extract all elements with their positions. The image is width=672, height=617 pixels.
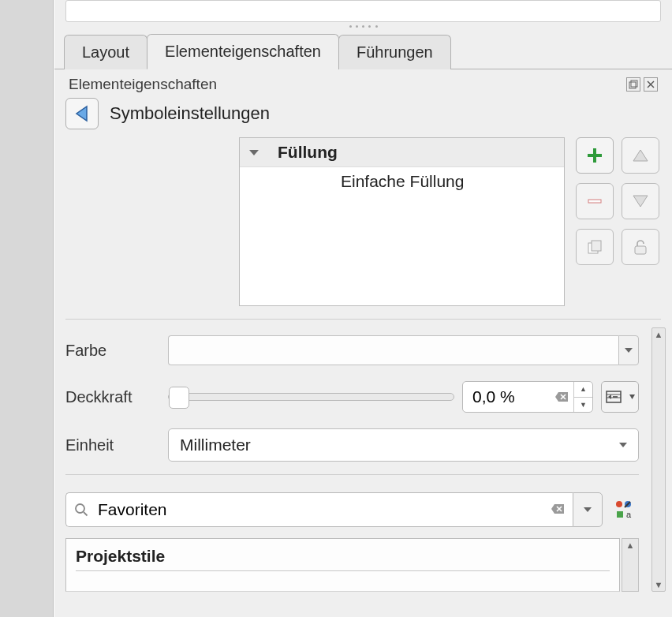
color-picker[interactable] bbox=[168, 335, 618, 365]
svg-rect-27 bbox=[617, 511, 623, 518]
duplicate-layer-button[interactable] bbox=[576, 229, 614, 265]
opacity-label: Deckkraft bbox=[65, 388, 154, 406]
opacity-slider[interactable] bbox=[168, 393, 454, 401]
tab-guides[interactable]: Führungen bbox=[338, 35, 451, 69]
svg-marker-18 bbox=[608, 395, 611, 399]
scroll-down-icon[interactable]: ▼ bbox=[655, 580, 663, 589]
triangle-down-icon bbox=[632, 194, 649, 208]
svg-rect-8 bbox=[588, 200, 601, 203]
data-override-icon bbox=[605, 387, 629, 406]
project-styles-list[interactable]: Projektstile bbox=[65, 538, 620, 592]
scroll-up-icon[interactable]: ▲ bbox=[655, 330, 663, 339]
spin-down-button[interactable]: ▼ bbox=[574, 398, 592, 413]
unit-select[interactable]: Millimeter bbox=[168, 428, 639, 462]
tab-item-properties[interactable]: Elementeigenschaften bbox=[147, 34, 339, 69]
lock-open-icon bbox=[633, 238, 648, 256]
favorites-search[interactable] bbox=[65, 492, 573, 527]
svg-rect-1 bbox=[631, 80, 637, 87]
unit-label: Einheit bbox=[65, 436, 154, 454]
tree-node-simple-fill[interactable]: Einfache Füllung bbox=[240, 167, 564, 196]
svg-point-24 bbox=[616, 501, 622, 507]
svg-marker-4 bbox=[77, 107, 87, 121]
chevron-down-icon bbox=[625, 348, 633, 353]
style-manager-button[interactable]: a bbox=[610, 495, 639, 524]
svg-rect-0 bbox=[629, 82, 636, 88]
data-defined-override-button[interactable] bbox=[601, 381, 639, 413]
lock-layer-button[interactable] bbox=[622, 229, 659, 265]
svg-point-20 bbox=[76, 504, 84, 513]
style-manager-icon: a bbox=[614, 499, 636, 521]
opacity-spinbox[interactable]: ▲ ▼ bbox=[462, 381, 593, 413]
project-styles-header: Projektstile bbox=[76, 547, 165, 565]
symbol-layer-tree[interactable]: Füllung Einfache Füllung bbox=[239, 137, 565, 306]
svg-text:a: a bbox=[626, 510, 632, 519]
clear-icon[interactable] bbox=[550, 382, 573, 412]
search-icon bbox=[74, 503, 88, 517]
remove-layer-button[interactable] bbox=[576, 183, 614, 219]
slider-thumb[interactable] bbox=[169, 387, 189, 409]
color-dropdown-button[interactable] bbox=[618, 335, 639, 365]
undock-button[interactable] bbox=[626, 77, 640, 92]
triangle-up-icon bbox=[632, 148, 649, 163]
left-gutter bbox=[0, 0, 54, 617]
tab-bar: Layout Elementeigenschaften Führungen bbox=[54, 30, 672, 69]
triangle-left-icon bbox=[74, 105, 90, 122]
tab-layout[interactable]: Layout bbox=[64, 35, 147, 69]
splitter-handle[interactable] bbox=[54, 22, 672, 30]
preview-canvas bbox=[65, 0, 661, 22]
properties-scrollbar[interactable]: ▲ ▼ bbox=[651, 327, 666, 592]
opacity-input[interactable] bbox=[463, 382, 550, 412]
svg-marker-9 bbox=[633, 196, 648, 207]
plus-icon bbox=[586, 147, 603, 164]
chevron-down-icon[interactable] bbox=[249, 150, 259, 155]
favorites-dropdown-button[interactable] bbox=[573, 492, 603, 527]
move-up-button[interactable] bbox=[622, 137, 659, 174]
svg-marker-19 bbox=[629, 395, 635, 399]
chevron-down-icon bbox=[584, 507, 592, 512]
tree-node-fill[interactable]: Füllung bbox=[240, 138, 564, 167]
section-title: Symboleinstellungen bbox=[110, 103, 270, 124]
tree-node-label: Füllung bbox=[278, 143, 338, 162]
scroll-up-icon[interactable]: ▲ bbox=[626, 540, 635, 550]
svg-rect-11 bbox=[592, 241, 601, 251]
minus-icon bbox=[586, 197, 603, 205]
chevron-down-icon bbox=[619, 443, 627, 447]
close-panel-button[interactable] bbox=[644, 77, 658, 92]
svg-rect-12 bbox=[635, 246, 646, 254]
svg-marker-7 bbox=[633, 150, 648, 161]
move-down-button[interactable] bbox=[622, 183, 659, 219]
back-button[interactable] bbox=[65, 98, 99, 129]
svg-rect-6 bbox=[588, 154, 602, 157]
spin-up-button[interactable]: ▲ bbox=[574, 382, 592, 398]
favorites-search-input[interactable] bbox=[96, 499, 543, 520]
add-layer-button[interactable] bbox=[576, 137, 614, 174]
copy-icon bbox=[586, 238, 603, 256]
panel-title: Elementeigenschaften bbox=[69, 76, 217, 93]
svg-line-21 bbox=[84, 512, 88, 516]
tree-node-label: Einfache Füllung bbox=[341, 172, 464, 191]
clear-search-icon[interactable] bbox=[551, 501, 565, 518]
color-label: Farbe bbox=[65, 342, 154, 360]
styles-scrollbar[interactable]: ▲ bbox=[622, 538, 639, 592]
unit-value: Millimeter bbox=[180, 436, 251, 454]
